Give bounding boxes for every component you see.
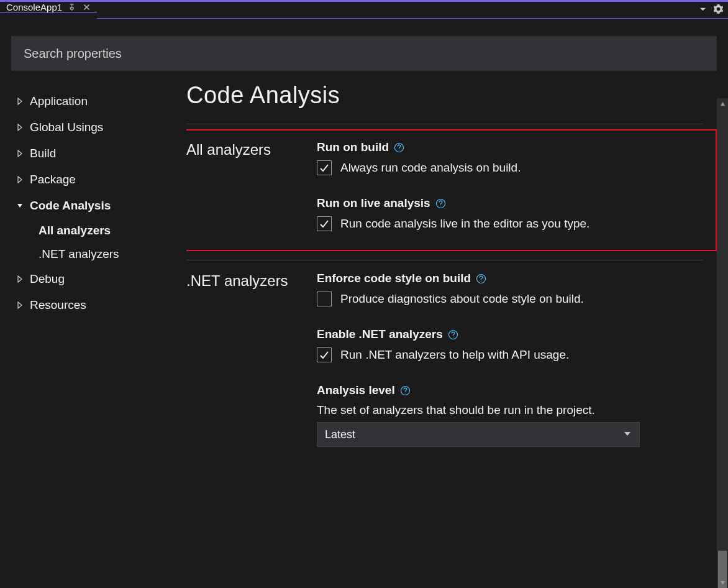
- svg-point-11: [399, 149, 399, 150]
- help-icon[interactable]: [435, 198, 446, 209]
- chevron-right-icon: [16, 98, 24, 105]
- nav-label: Build: [30, 147, 56, 160]
- checkbox-label: Run .NET analyzers to help with API usag…: [340, 348, 569, 362]
- chevron-right-icon: [16, 301, 24, 309]
- document-tab[interactable]: ConsoleApp1: [0, 2, 97, 12]
- nav-sub-net-analyzers[interactable]: .NET analyzers: [11, 242, 183, 266]
- chevron-down-icon: [16, 202, 24, 209]
- section-heading: .NET analyzers: [186, 272, 292, 447]
- scrollbar-track[interactable]: [717, 109, 728, 577]
- svg-point-15: [481, 280, 481, 281]
- checkbox-icon: [317, 160, 332, 175]
- nav-label: Global Usings: [30, 121, 103, 134]
- nav-item-debug[interactable]: Debug: [11, 266, 183, 292]
- scroll-down-icon[interactable]: [717, 577, 728, 588]
- help-icon[interactable]: [448, 329, 458, 340]
- nav-item-global-usings[interactable]: Global Usings: [11, 114, 183, 140]
- field-run-on-live: Run on live analysis Run code analysis l…: [317, 196, 709, 231]
- nav-item-resources[interactable]: Resources: [11, 292, 183, 318]
- field-title-text: Enforce code style on build: [317, 272, 471, 285]
- checkbox-icon: [317, 216, 332, 231]
- svg-marker-7: [17, 204, 22, 208]
- page-title: Code Analysis: [186, 82, 703, 109]
- checkbox-run-on-live[interactable]: Run code analysis live in the editor as …: [317, 216, 709, 231]
- section-all-analyzers: All analyzers Run on build: [186, 129, 717, 251]
- pin-icon[interactable]: [68, 3, 76, 11]
- nav-item-package[interactable]: Package: [11, 167, 183, 193]
- analysis-level-select[interactable]: Latest: [317, 422, 640, 447]
- svg-marker-3: [18, 98, 22, 104]
- nav-sub-all-analyzers[interactable]: All analyzers: [11, 219, 183, 242]
- checkbox-enforce-style[interactable]: Produce diagnostics about code style on …: [317, 292, 703, 306]
- help-icon[interactable]: [476, 273, 486, 284]
- help-icon[interactable]: [400, 385, 411, 396]
- checkbox-icon: [317, 292, 332, 306]
- nav-label: Resources: [30, 298, 86, 312]
- svg-marker-5: [18, 150, 22, 157]
- help-icon[interactable]: [394, 142, 404, 153]
- side-navigation: Application Global Usings Build Package …: [0, 77, 186, 588]
- nav-label: Package: [30, 173, 76, 186]
- svg-point-13: [440, 205, 441, 206]
- section-heading: All analyzers: [186, 140, 292, 231]
- checkbox-enable-net[interactable]: Run .NET analyzers to help with API usag…: [317, 347, 703, 362]
- search-input[interactable]: Search properties: [11, 36, 717, 71]
- title-bar: ConsoleApp1: [0, 0, 728, 19]
- chevron-right-icon: [16, 150, 24, 157]
- field-enforce-style: Enforce code style on build Produce diag…: [317, 272, 703, 306]
- chevron-right-icon: [16, 124, 24, 131]
- checkbox-icon: [317, 347, 332, 362]
- svg-point-17: [453, 336, 453, 337]
- checkbox-label: Run code analysis live in the editor as …: [340, 217, 589, 231]
- dropdown-icon[interactable]: [698, 4, 708, 16]
- divider: [186, 260, 703, 260]
- scroll-up-icon[interactable]: [717, 98, 728, 109]
- svg-point-19: [405, 392, 406, 393]
- checkbox-run-on-build[interactable]: Always run code analysis on build.: [317, 160, 709, 175]
- svg-marker-21: [721, 102, 725, 106]
- nav-label: Debug: [30, 272, 65, 286]
- svg-marker-2: [700, 8, 706, 11]
- nav-label: Application: [30, 94, 88, 108]
- svg-marker-20: [624, 432, 630, 436]
- checkbox-label: Produce diagnostics about code style on …: [340, 292, 584, 306]
- svg-marker-6: [18, 177, 22, 183]
- field-title-text: Analysis level: [317, 384, 395, 397]
- chevron-right-icon: [16, 176, 24, 183]
- select-value: Latest: [325, 428, 355, 441]
- field-analysis-level: Analysis level The set of analyzers that…: [317, 384, 703, 447]
- field-title-text: Run on live analysis: [317, 196, 430, 210]
- nav-label: Code Analysis: [30, 199, 111, 213]
- divider: [186, 124, 703, 124]
- gear-icon[interactable]: [714, 4, 723, 16]
- checkbox-label: Always run code analysis on build.: [340, 161, 521, 175]
- chevron-right-icon: [16, 275, 24, 283]
- field-title-text: Enable .NET analyzers: [317, 328, 443, 341]
- svg-marker-22: [721, 581, 725, 585]
- chevron-down-icon: [623, 428, 632, 441]
- field-title-text: Run on build: [317, 140, 389, 154]
- section-net-analyzers: .NET analyzers Enforce code style on bui…: [186, 272, 703, 447]
- field-description: The set of analyzers that should be run …: [317, 403, 703, 417]
- nav-item-code-analysis[interactable]: Code Analysis: [11, 193, 183, 219]
- field-enable-net-analyzers: Enable .NET analyzers Run .NET analyzers…: [317, 328, 703, 362]
- nav-item-build[interactable]: Build: [11, 140, 183, 167]
- svg-marker-8: [18, 276, 22, 282]
- field-run-on-build: Run on build Always run code analysis on…: [317, 140, 709, 175]
- tab-title: ConsoleApp1: [6, 2, 62, 12]
- nav-item-application[interactable]: Application: [11, 88, 183, 114]
- vertical-scrollbar[interactable]: [717, 98, 728, 588]
- svg-marker-9: [18, 302, 22, 308]
- svg-marker-4: [18, 124, 22, 131]
- properties-panel: Code Analysis All analyzers Run on build: [186, 77, 728, 588]
- close-icon[interactable]: [83, 3, 91, 11]
